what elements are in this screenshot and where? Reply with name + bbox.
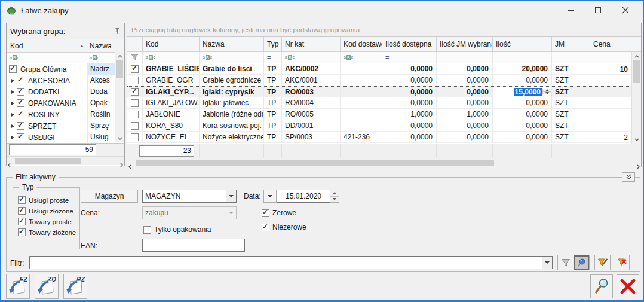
scroll-left-icon[interactable]	[128, 161, 131, 172]
checkbox[interactable]	[17, 99, 24, 107]
grid-horizontal-scrollbar[interactable]	[127, 158, 641, 167]
chevron-down-icon[interactable]	[542, 257, 552, 269]
cell-kod[interactable]: KORA_S80	[143, 120, 200, 131]
tree-horizontal-scrollbar[interactable]	[7, 156, 124, 165]
ean-field[interactable]	[142, 239, 245, 252]
checkbox[interactable]	[18, 228, 26, 236]
scrollbar-thumb[interactable]	[116, 60, 123, 78]
checkbox[interactable]	[143, 226, 151, 234]
checkbox[interactable]	[18, 218, 26, 225]
header-kod-dostawcy[interactable]: Kod dostawcy	[341, 37, 382, 51]
cell-jm[interactable]: SZT	[552, 87, 590, 97]
checkbox[interactable]	[17, 77, 24, 84]
header-nazwa[interactable]: Nazwa	[200, 37, 264, 51]
filter-edit-button[interactable]	[594, 255, 611, 270]
filter-cena[interactable]	[590, 52, 631, 63]
cell-ilosc[interactable]: 0,0000	[493, 120, 552, 131]
header-ilosc[interactable]: Ilość	[493, 37, 552, 51]
scroll-up-icon[interactable]	[115, 52, 124, 60]
cell-kod[interactable]: NOŻYCE_EL	[143, 132, 200, 142]
scroll-up-icon[interactable]	[632, 52, 641, 60]
checkbox-uslugi-proste[interactable]: Usługi proste	[18, 196, 79, 204]
filter-ilosc-dostepna[interactable]: =	[382, 52, 437, 63]
cell-jm[interactable]: SZT	[552, 63, 590, 74]
cell-typ[interactable]: TP	[264, 120, 282, 131]
table-row-focused[interactable]: IGLAKI_CYP... Iglaki: cyprysik TP RO/000…	[127, 86, 641, 97]
header-kod[interactable]: Kod	[143, 37, 200, 51]
cell-jm[interactable]: SZT	[552, 109, 590, 120]
cell-ilosc[interactable]: 0,0000	[493, 97, 552, 108]
tree-row[interactable]: Grupa Główna Nadrz	[7, 63, 124, 75]
cell-nazwa[interactable]: Kora sosnowa poj. 8...	[200, 120, 264, 131]
cell-kod[interactable]: GRABIE_OGR	[143, 75, 200, 86]
checkbox[interactable]	[18, 207, 26, 215]
filter-jm[interactable]	[552, 52, 590, 63]
header-select-col[interactable]	[127, 37, 143, 51]
cell-nrkat[interactable]: DD/0001	[282, 120, 341, 131]
cell-jm[interactable]: SZT	[552, 75, 590, 86]
magazyn-button[interactable]: Magazyn	[81, 190, 138, 203]
cell-ilosc-jm[interactable]: 0,0000	[437, 87, 493, 97]
cell-nazwa[interactable]: Grabie do liści	[200, 63, 264, 74]
chevron-down-icon[interactable]	[226, 190, 236, 202]
filter-clear-button[interactable]	[614, 255, 630, 270]
cell-ilosc-jm[interactable]: 0,0000	[437, 120, 493, 131]
grid-vertical-scrollbar[interactable]	[631, 52, 641, 144]
scrollbar-thumb[interactable]	[136, 160, 494, 166]
filter-pin-toggle[interactable]	[574, 255, 589, 270]
cell-kod-dostawcy[interactable]	[341, 63, 382, 74]
cell-nrkat[interactable]: AKC/0001	[282, 75, 341, 86]
cell-nrkat[interactable]: RO/0005	[282, 109, 341, 120]
cell-ilosc-dostepna[interactable]: 0,0000	[382, 97, 437, 108]
cell-kod[interactable]: IGLAKI_JAŁOW...	[143, 97, 200, 108]
cell-typ[interactable]: TP	[264, 109, 282, 120]
cell-ilosc-dostepna[interactable]: 1,0000	[382, 109, 437, 120]
checkbox[interactable]	[17, 88, 24, 96]
cell-typ[interactable]: TP	[264, 75, 282, 86]
checkbox[interactable]	[262, 209, 269, 217]
expand-icon[interactable]	[9, 102, 17, 105]
table-row[interactable]: GRABIE_OGR Grabie ogrodnicze TP AKC/0001…	[127, 75, 641, 86]
tree-col-nazwa[interactable]: Nazwa	[87, 39, 124, 52]
tree-row[interactable]: DODATKI Doda	[7, 86, 124, 97]
filter-kod-dostawcy[interactable]: aBc	[341, 52, 382, 63]
date-field[interactable]: 15.01.2020	[277, 190, 330, 203]
scroll-right-icon[interactable]	[637, 161, 640, 172]
cell-cena[interactable]	[590, 109, 631, 120]
cell-kod-dostawcy[interactable]	[341, 97, 382, 108]
checkbox[interactable]	[262, 224, 269, 231]
cell-kod-dostawcy[interactable]	[341, 109, 382, 120]
tree-kod[interactable]: USŁUGI	[24, 133, 87, 142]
scroll-down-icon[interactable]	[115, 134, 124, 142]
cell-nrkat[interactable]: SP/0003	[282, 132, 341, 142]
minimize-button[interactable]	[557, 1, 584, 19]
checkbox-niezerowe[interactable]: Niezerowe	[262, 223, 306, 231]
row-checkbox[interactable]	[131, 99, 139, 107]
cell-jm[interactable]: SZT	[552, 132, 590, 142]
filter-kod[interactable]: aBc	[143, 52, 200, 63]
cell-cena[interactable]: 10	[590, 63, 631, 74]
cell-nazwa[interactable]: Grabie ogrodnicze	[200, 75, 264, 86]
checkbox[interactable]	[18, 196, 26, 204]
zd-button[interactable]: ZD	[35, 274, 59, 299]
cell-kod[interactable]: IGLAKI_CYP...	[143, 87, 200, 97]
row-checkbox[interactable]	[131, 88, 139, 96]
table-row[interactable]: JABŁONIE Jabłonie (różne odm... TP RO/00…	[127, 109, 641, 120]
cell-ilosc-jm[interactable]: 0,0000	[437, 75, 493, 86]
cell-typ[interactable]: TP	[264, 97, 282, 108]
quantity-editor[interactable]: 15,0000	[493, 87, 552, 97]
row-checkbox[interactable]	[131, 122, 139, 130]
table-row[interactable]: NOŻYCE_EL Nożyce elektryczne TP SP/0003 …	[127, 132, 641, 143]
cell-ilosc-dostepna[interactable]: 0,0000	[382, 75, 437, 86]
cell-ilosc[interactable]: 0,0000	[493, 132, 552, 142]
checkbox-towary-zlozone[interactable]: Towary złożone	[18, 228, 79, 236]
scroll-down-icon[interactable]	[632, 135, 641, 144]
scroll-right-icon[interactable]	[120, 159, 123, 170]
scroll-left-icon[interactable]	[8, 159, 11, 170]
filter-nrkat[interactable]: aBc	[282, 52, 341, 63]
checkbox[interactable]	[17, 133, 24, 141]
cell-cena[interactable]	[590, 97, 631, 108]
header-ilosc-jm[interactable]: Ilość JM wybrana	[437, 37, 493, 51]
maximize-button[interactable]	[584, 1, 612, 19]
tree-row[interactable]: USŁUGI Usług	[7, 132, 124, 143]
